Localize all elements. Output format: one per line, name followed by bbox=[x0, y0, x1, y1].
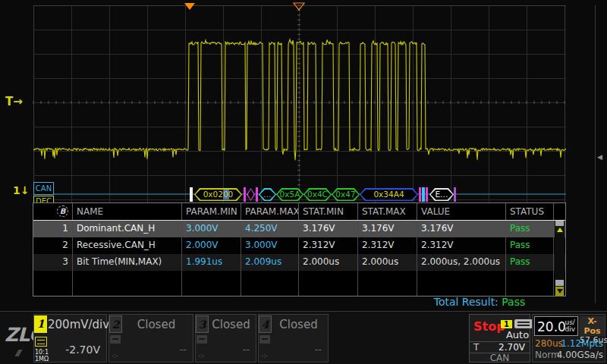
channel-1-panel[interactable]: 1 200mV/div 10:1 1MΩ -2.70V bbox=[33, 314, 107, 362]
dc-coupling-icon bbox=[35, 337, 47, 347]
bottom-status-bar: ZLG® /// 1 200mV/div 10:1 1MΩ -2.70V 2 C… bbox=[0, 311, 607, 364]
total-result: Total Result: Pass bbox=[404, 296, 555, 308]
decode-chip-data: 0x4C bbox=[304, 188, 332, 201]
trigger-source-badge: 1 bbox=[501, 320, 512, 328]
timebase-unit: us/ div bbox=[565, 319, 575, 333]
channel-3-panel[interactable]: 3 Closed -- -:- bbox=[195, 314, 256, 362]
probe-ratio: 10:1 1MΩ bbox=[35, 349, 49, 362]
memory-points: 1.12Mpts bbox=[561, 338, 603, 349]
decode-chip-flag bbox=[256, 187, 258, 202]
status-badge: Pass bbox=[506, 221, 554, 237]
bus-label[interactable]: CAN bbox=[33, 182, 54, 195]
trigger-level-value: 2.70V bbox=[498, 342, 525, 353]
window-span: 280us bbox=[535, 338, 563, 349]
scrollbar-thumb[interactable] bbox=[555, 280, 564, 286]
decode-chip-data: 0x5A bbox=[276, 188, 304, 201]
bus-loop-icon: B bbox=[57, 206, 68, 217]
trigger-level-row: T 2.70V bbox=[470, 341, 530, 352]
channel-2-offset: -- bbox=[180, 344, 187, 355]
timebase-scale-box[interactable]: 20.0 us/ div bbox=[534, 316, 578, 336]
decode-chip-id: 0x0200 bbox=[194, 188, 242, 201]
sample-rate: 4.00GSa/s bbox=[557, 350, 603, 360]
col-value[interactable]: VALUE bbox=[417, 203, 506, 220]
col-stat-min[interactable]: STAT.MIN bbox=[299, 203, 358, 220]
col-param-min[interactable]: PARAM.MIN bbox=[182, 203, 241, 220]
oscilloscope-screen: T→ 1↓ CAN DEC 0x0200…0x5A0x4C0x470x34A4E… bbox=[0, 0, 607, 364]
trigger-level-label: T bbox=[473, 342, 479, 353]
xpos-box[interactable]: X-Pos 57.6us bbox=[580, 316, 605, 336]
channel-3-badge: 3 bbox=[196, 315, 209, 333]
col-stat-max[interactable]: STAT.MAX bbox=[358, 203, 417, 220]
acquisition-row: Norm 4.00GSa/s bbox=[533, 350, 605, 361]
scrollbar-thumb[interactable] bbox=[555, 221, 564, 226]
channel-3-delay: -:- bbox=[198, 353, 204, 359]
total-result-label: Total Result: bbox=[434, 296, 498, 308]
channel-1-offset: -2.70V bbox=[65, 344, 100, 356]
scroll-up-icon[interactable] bbox=[555, 226, 564, 234]
timebase-scale: 20.0 bbox=[537, 319, 566, 334]
table-row[interactable]: 2 Recessive.CAN_H 2.000V 3.000V 2.312V 2… bbox=[33, 237, 565, 254]
trigger-coupling-icon bbox=[514, 319, 533, 328]
channel-2-badge: 2 bbox=[109, 315, 122, 333]
side-panel-divider: ◀ bbox=[595, 5, 596, 303]
total-result-value: Pass bbox=[502, 296, 525, 308]
channel-3-offset: -- bbox=[243, 344, 250, 355]
col-status[interactable]: STATUS bbox=[506, 203, 554, 220]
decode-chip-data: 0x47 bbox=[332, 188, 360, 201]
decode-chip-flag bbox=[244, 187, 246, 202]
timebase-panel[interactable]: 20.0 us/ div X-Pos 57.6us 280us 1.12Mpts… bbox=[532, 314, 605, 362]
table-row[interactable]: 1 Dominant.CAN_H 3.000V 4.250V 3.176V 3.… bbox=[33, 221, 565, 237]
trigger-level-marker[interactable]: T→ bbox=[5, 95, 23, 108]
coupling-off-icon bbox=[110, 335, 121, 344]
channel-1-badge: 1 bbox=[34, 315, 47, 333]
decode-chip-ack bbox=[422, 187, 425, 202]
decode-chip-eof-edge bbox=[454, 187, 456, 202]
channel1-position-marker[interactable]: 1↓ bbox=[13, 184, 29, 196]
channel-4-badge: 4 bbox=[259, 315, 272, 333]
decode-chip-ack bbox=[426, 187, 428, 202]
panel-collapse-icon[interactable]: ◀ bbox=[597, 153, 602, 161]
channel-2-delay: -:- bbox=[112, 353, 118, 359]
channel-3-state: Closed bbox=[209, 318, 253, 331]
decode-chip-sof bbox=[190, 187, 193, 202]
col-name[interactable]: NAME bbox=[73, 203, 182, 220]
channel-2-panel[interactable]: 2 Closed -- -:- bbox=[109, 314, 193, 362]
logo-hatch-icon: /// bbox=[15, 348, 19, 358]
channel-4-offset: -- bbox=[315, 344, 322, 355]
window-row: 280us 1.12Mpts bbox=[533, 338, 605, 350]
xpos-label: X-Pos bbox=[580, 316, 605, 336]
trigger-panel[interactable]: Stop 1 Auto T 2.70V CAN bbox=[469, 314, 530, 362]
channel-1-scale: 200mV/div bbox=[48, 318, 103, 331]
trigger-mode: Auto bbox=[501, 329, 534, 340]
decode-chip-ack bbox=[419, 187, 421, 202]
col-param-max[interactable]: PARAM.MAX bbox=[241, 203, 299, 220]
channel-4-delay: -:- bbox=[261, 353, 267, 359]
table-row[interactable]: 3 Bit Time(MIN,MAX) 1.991us 2.009us 2.00… bbox=[33, 254, 565, 271]
status-badge: Pass bbox=[506, 237, 554, 254]
table-header: B NAME PARAM.MIN PARAM.MAX STAT.MIN STAT… bbox=[33, 203, 565, 221]
decode-chip-crc: 0x34A4 bbox=[360, 188, 418, 201]
channel-2-state: Closed bbox=[123, 318, 190, 331]
channel-4-state: Closed bbox=[272, 318, 325, 331]
status-badge: Pass bbox=[506, 254, 554, 271]
measurement-table: B NAME PARAM.MIN PARAM.MAX STAT.MIN STAT… bbox=[33, 202, 566, 297]
trigger-type: CAN bbox=[470, 353, 530, 362]
coupling-off-icon bbox=[259, 335, 270, 344]
table-empty-rows bbox=[33, 271, 565, 296]
coupling-off-icon bbox=[197, 335, 207, 344]
channel-4-panel[interactable]: 4 Closed -- -:- bbox=[258, 314, 329, 362]
scroll-down-icon[interactable] bbox=[555, 287, 564, 296]
